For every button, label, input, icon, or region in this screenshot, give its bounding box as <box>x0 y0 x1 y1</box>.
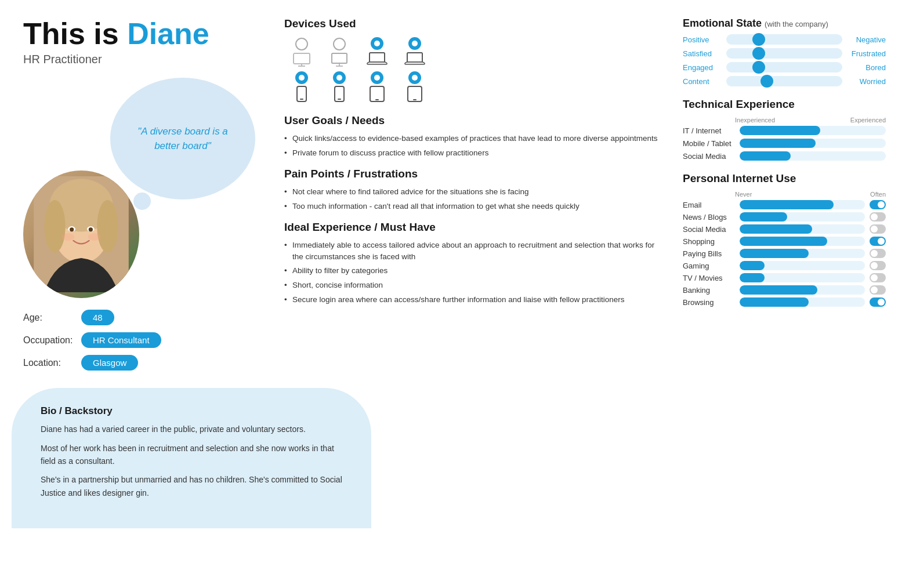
tech-bar-fill-1 <box>740 139 816 148</box>
device-phone-2 <box>322 71 357 103</box>
tech-item-label-0: IT / Internet <box>683 126 735 135</box>
svg-point-5 <box>44 200 65 253</box>
svg-rect-16 <box>332 53 347 63</box>
tech-bar-fill-0 <box>740 126 820 135</box>
device-tablet2-circle <box>408 71 421 84</box>
internet-row-email: Email <box>683 200 886 209</box>
emotional-heading: Emotional State (with the company) <box>683 17 886 30</box>
emotion-thumb-2 <box>752 61 765 74</box>
svg-point-9 <box>70 227 74 231</box>
laptop2-icon <box>404 52 425 67</box>
svg-point-6 <box>97 200 118 253</box>
internet-bar-shopping <box>740 237 865 246</box>
internet-header-row: Never Often <box>683 191 886 198</box>
tablet2-icon <box>407 86 422 102</box>
internet-bar-tv <box>740 273 865 282</box>
device-laptop1-circle <box>371 37 383 50</box>
goals-section: User Goals / Needs Quick links/access to… <box>284 114 665 158</box>
internet-toggle-email <box>870 200 886 209</box>
svg-point-10 <box>89 227 93 231</box>
internet-toggle-browsing <box>870 297 886 307</box>
internet-row-bills: Paying Bills <box>683 249 886 258</box>
internet-toggle-shopping <box>870 237 886 246</box>
internet-row-gaming: Gaming <box>683 261 886 270</box>
svg-rect-19 <box>370 53 385 62</box>
pain-list: Not clear where to find tailored advice … <box>284 186 665 212</box>
device-monitor <box>322 36 357 68</box>
age-badge: 48 <box>81 310 114 325</box>
tech-bar-track-2 <box>740 151 886 161</box>
emotion-row-2: Engaged Bored <box>683 62 886 72</box>
devices-grid <box>284 36 665 103</box>
with-company-text: (with the company) <box>765 20 828 28</box>
internet-fill-news <box>740 212 787 222</box>
emotion-thumb-1 <box>752 47 765 60</box>
internet-item-email: Email <box>683 201 735 209</box>
pain-heading: Pain Points / Frustrations <box>284 168 665 180</box>
info-section: Age: 48 Occupation: HR Consultant Locati… <box>23 310 267 371</box>
emotion-row-0: Positive Negative <box>683 34 886 45</box>
emotion-row-1: Satisfied Frustrated <box>683 48 886 59</box>
persona-name: Diane <box>127 17 209 50</box>
bio-para-2: She's in a partnership but unmarried and… <box>41 473 342 499</box>
laptop1-icon <box>367 52 387 67</box>
emotion-track-0 <box>726 34 842 45</box>
emotion-thumb-0 <box>752 33 765 46</box>
svg-point-11 <box>61 233 74 241</box>
emotional-heading-text: Emotional State <box>683 17 762 29</box>
emotion-thumb-3 <box>760 75 773 88</box>
tech-row-1: Mobile / Tablet <box>683 139 886 148</box>
internet-fill-banking <box>740 285 817 295</box>
monitor-icon <box>330 52 349 67</box>
emotion-right-0: Negative <box>845 35 886 44</box>
emotion-right-3: Worried <box>845 77 886 86</box>
emotion-row-3: Content Worried <box>683 76 886 86</box>
emotion-track-1 <box>726 48 842 59</box>
ideal-item: Ability to filter by categories <box>284 265 665 277</box>
device-tablet1-circle <box>371 71 383 84</box>
internet-toggle-banking <box>870 285 886 295</box>
occupation-badge: HR Consultant <box>81 332 161 348</box>
device-laptop2-circle <box>408 37 421 50</box>
profile-area: "A diverse board is a better board" <box>23 78 255 298</box>
internet-fill-browsing <box>740 297 809 307</box>
emotion-track-3 <box>726 76 842 86</box>
internet-fill-shopping <box>740 237 827 246</box>
emotion-right-1: Frustrated <box>845 49 886 58</box>
goals-list: Quick links/access to evidence-based exa… <box>284 133 665 158</box>
device-laptop-2 <box>397 36 432 68</box>
location-label: Location: <box>23 358 75 368</box>
pain-item: Too much information - can't read all th… <box>284 201 665 212</box>
ideal-item: Secure login area where can access/share… <box>284 294 665 306</box>
internet-fill-gaming <box>740 261 765 270</box>
tech-bar-track-0 <box>740 126 886 135</box>
device-tablet-2 <box>397 71 432 103</box>
tech-header-row: Inexperienced Experienced <box>683 117 886 124</box>
internet-item-social: Social Media <box>683 225 735 234</box>
right-column: Emotional State (with the company) Posit… <box>683 17 886 371</box>
internet-row-browsing: Browsing <box>683 297 886 307</box>
internet-toggle-social <box>870 224 886 234</box>
devices-section: Devices Used <box>284 17 665 103</box>
tech-item-label-2: Social Media <box>683 152 735 161</box>
internet-bar-news <box>740 212 865 222</box>
device-desktop-circle <box>295 38 308 50</box>
internet-row-social: Social Media <box>683 224 886 234</box>
internet-toggle-news <box>870 212 886 222</box>
internet-toggle-bills <box>870 249 886 258</box>
age-label: Age: <box>23 313 75 323</box>
internet-item-shopping: Shopping <box>683 237 735 246</box>
internet-item-bills: Paying Bills <box>683 249 735 258</box>
bio-para-1: Most of her work has been in recruitment… <box>41 442 342 468</box>
device-desktop <box>284 36 319 68</box>
svg-rect-13 <box>294 53 310 64</box>
persona-title: This is Diane <box>23 17 267 50</box>
tech-bar-track-1 <box>740 139 886 148</box>
internet-fill-tv <box>740 273 765 282</box>
goals-item: Quick links/access to evidence-based exa… <box>284 133 665 144</box>
internet-bar-gaming <box>740 261 865 270</box>
location-badge: Glasgow <box>81 355 138 371</box>
internet-item-news: News / Blogs <box>683 213 735 222</box>
internet-bar-email <box>740 200 865 209</box>
internet-label-left: Never <box>735 191 752 198</box>
